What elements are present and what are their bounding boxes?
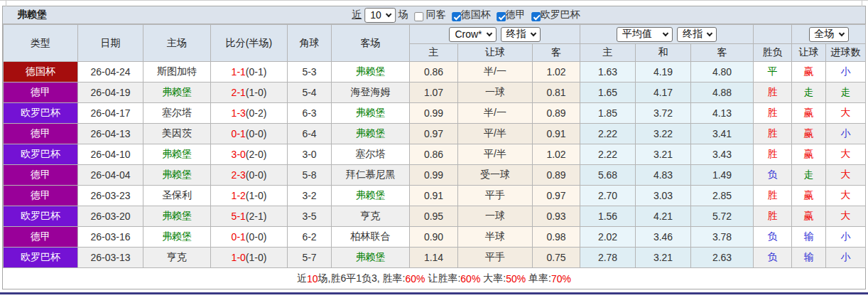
result-handicap: 走 xyxy=(792,83,826,103)
german-cup-label[interactable]: 德国杯 xyxy=(461,9,491,21)
crow-handicap: 平/半 xyxy=(458,124,533,144)
match-score: 1-2(1-0) xyxy=(211,186,288,206)
result-outcome: 负 xyxy=(754,227,792,248)
europa-league-checkbox[interactable] xyxy=(531,12,541,21)
chevron-down-icon xyxy=(838,30,844,36)
away-team: 柏林联合 xyxy=(332,227,410,248)
chevron-down-icon xyxy=(663,30,668,36)
away-team: 亨克 xyxy=(332,206,410,227)
match-date: 26-03-23 xyxy=(78,186,143,206)
match-score: 1-3(0-2) xyxy=(211,103,288,124)
border-fragment xyxy=(862,1,862,6)
avg-draw-odds: 4.19 xyxy=(636,62,691,83)
result-handicap: 走 xyxy=(792,165,826,186)
avg-away-odds: 2.63 xyxy=(691,248,754,268)
table-row: 欧罗巴杯26-04-17塞尔塔1-3(0-2)6-3弗赖堡0.99半/一0.89… xyxy=(4,103,866,124)
crow-index-type-select[interactable]: 终指 xyxy=(501,27,541,42)
crow-handicap: 半/一 xyxy=(458,103,533,124)
crow-away-odds: 0.75 xyxy=(533,248,580,268)
match-date: 26-03-13 xyxy=(78,248,143,268)
avg-home-odds: 5.68 xyxy=(580,165,636,186)
table-row: 欧罗巴杯26-04-10弗赖堡3-0(2-0)3-0塞尔塔0.86平/半1.02… xyxy=(4,144,866,165)
crow-home-odds: 1.14 xyxy=(410,248,458,268)
result-goals: 小 xyxy=(826,62,866,83)
crow-away-odds: 1.02 xyxy=(533,144,580,165)
match-score: 2-1(1-0) xyxy=(211,83,288,103)
corner-score: 6-2 xyxy=(288,227,332,248)
result-handicap: 赢 xyxy=(792,144,826,165)
german-cup-checkbox[interactable] xyxy=(452,12,461,21)
match-score: 0-1(0-0) xyxy=(211,227,288,248)
avg-draw-odds: 4.21 xyxy=(636,206,691,227)
summary-segment: 70% xyxy=(551,273,571,285)
bundesliga-checkbox[interactable] xyxy=(497,12,506,21)
col-header-corner: 角球 xyxy=(288,25,332,62)
match-score: 2-3(0-0) xyxy=(211,165,288,186)
avg-away-odds: 3.78 xyxy=(691,227,754,248)
crow-handicap: 半球 xyxy=(458,227,533,248)
result-outcome: 胜 xyxy=(754,124,792,144)
avg-away-odds: 1.49 xyxy=(691,165,754,186)
summary-segment: 60% xyxy=(460,273,480,285)
result-goals: 小 xyxy=(826,124,866,144)
crow-handicap: 一球 xyxy=(458,206,533,227)
table-row: 德甲26-04-04弗赖堡2-3(0-0)5-8拜仁慕尼黑0.99受一球0.89… xyxy=(4,165,866,186)
crow-away-odds: 0.97 xyxy=(533,186,580,206)
result-handicap: 输 xyxy=(792,227,826,248)
result-handicap: 赢 xyxy=(792,206,826,227)
result-handicap: 赢 xyxy=(792,103,826,124)
corner-score: 6-3 xyxy=(288,103,332,124)
bundesliga-label[interactable]: 德甲 xyxy=(506,9,526,21)
home-team: 美因茨 xyxy=(143,124,211,144)
result-handicap: 赢 xyxy=(792,186,826,206)
empty-header-cell xyxy=(754,25,792,44)
average-select[interactable]: 平均值 xyxy=(617,27,673,42)
match-date: 26-04-13 xyxy=(78,124,143,144)
avg-draw-odds: 3.22 xyxy=(636,124,691,144)
col-header-result-goals: 进球数 xyxy=(826,44,866,62)
same-away-checkbox[interactable] xyxy=(414,12,423,21)
same-away-label[interactable]: 同客 xyxy=(426,9,446,21)
table-row: 德国杯26-04-24斯图加特1-1(0-1)5-3弗赖堡0.86半/一1.02… xyxy=(4,62,866,83)
europa-league-label[interactable]: 欧罗巴杯 xyxy=(541,9,580,21)
home-team: 塞尔塔 xyxy=(143,103,211,124)
match-score: 1-1(0-1) xyxy=(211,62,288,83)
crow-home-odds: 0.90 xyxy=(410,227,458,248)
home-team: 圣保利 xyxy=(143,186,211,206)
match-date: 26-04-10 xyxy=(78,144,143,165)
crow-away-odds: 0.89 xyxy=(533,165,580,186)
match-history-table: 类型 日期 主场 比分(半场) 角球 客场 Crow* 终指 xyxy=(3,24,866,268)
summary-segment: 单率: xyxy=(526,272,551,285)
recent-count-select[interactable]: 10 xyxy=(364,8,396,23)
result-handicap: 赢 xyxy=(792,62,826,83)
col-header-type: 类型 xyxy=(4,25,78,62)
match-score: 1-0(1-0) xyxy=(211,248,288,268)
avg-draw-odds: 3.21 xyxy=(636,144,691,165)
corner-score: 3-0 xyxy=(288,144,332,165)
avg-home-odds: 2.22 xyxy=(580,144,636,165)
filter-group: 近 10 场 同客 德国杯 德甲 欧罗巴杯 xyxy=(352,8,580,23)
result-goals: 大 xyxy=(826,186,866,206)
avg-draw-odds: 3.72 xyxy=(636,103,691,124)
full-match-select[interactable]: 全场 xyxy=(809,27,849,42)
crow-away-odds: 0.89 xyxy=(533,103,580,124)
away-team: 弗赖堡 xyxy=(332,124,410,144)
summary-segment: 大率: xyxy=(480,272,506,285)
match-type-badge: 德甲 xyxy=(4,186,78,206)
match-type-badge: 欧罗巴杯 xyxy=(4,248,78,268)
crow-handicap: 一球 xyxy=(458,83,533,103)
corner-score: 5-8 xyxy=(288,165,332,186)
match-date: 26-04-24 xyxy=(78,62,143,83)
home-team: 弗赖堡 xyxy=(143,206,211,227)
col-header-result-handicap: 让球 xyxy=(792,44,826,62)
recent-link[interactable]: 近 xyxy=(352,9,362,21)
col-header-crow-home: 主 xyxy=(410,44,458,62)
title-filter-bar: 弗赖堡 近 10 场 同客 德国杯 德甲 欧罗巴杯 xyxy=(3,6,865,24)
odds-company-select[interactable]: Crow* xyxy=(449,27,496,42)
away-team: 弗赖堡 xyxy=(332,103,410,124)
match-date: 26-04-17 xyxy=(78,103,143,124)
result-outcome: 平 xyxy=(754,62,792,83)
team-title: 弗赖堡 xyxy=(3,9,47,21)
avg-index-type-select[interactable]: 终指 xyxy=(677,27,717,42)
away-team: 弗赖堡 xyxy=(332,248,410,268)
